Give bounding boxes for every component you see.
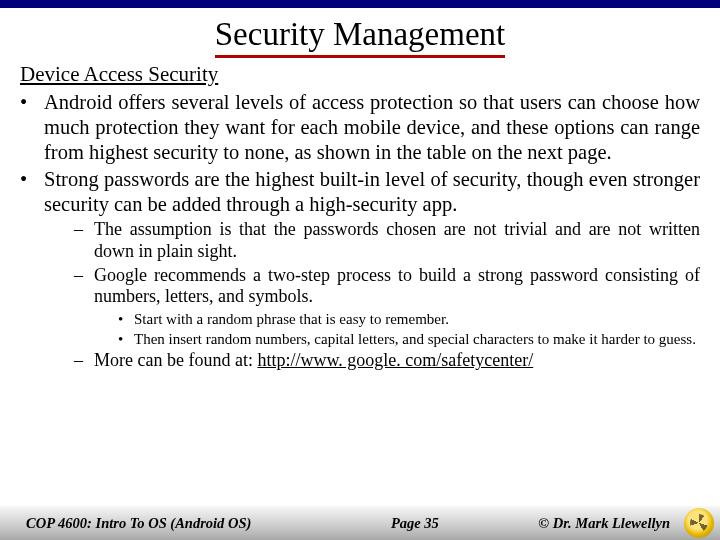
footer-right: © Dr. Mark Llewellyn (538, 508, 720, 538)
bullet-item: Strong passwords are the highest built-i… (20, 167, 700, 372)
title-wrap: Security Management (0, 16, 720, 58)
sub-bullet-item: Google recommends a two-step process to … (74, 265, 700, 349)
sub-bullet-list: The assumption is that the passwords cho… (44, 219, 700, 372)
subsub-bullet-item: Then insert random numbers, capital lett… (118, 330, 700, 348)
sub-bullet-text: More can be found at: (94, 350, 257, 370)
slide-title: Security Management (215, 16, 506, 58)
sub-bullet-text: The assumption is that the passwords cho… (94, 219, 700, 261)
sub-bullet-item: The assumption is that the passwords cho… (74, 219, 700, 263)
section-heading: Device Access Security (20, 62, 700, 88)
sub-bullet-item: More can be found at: http://www. google… (74, 350, 700, 372)
footer-author: © Dr. Mark Llewellyn (538, 515, 670, 532)
bullet-list: Android offers several levels of access … (20, 90, 700, 372)
sub-bullet-text: Google recommends a two-step process to … (94, 265, 700, 307)
slide-content: Device Access Security Android offers se… (0, 58, 720, 372)
slide: Security Management Device Access Securi… (0, 0, 720, 540)
subsub-bullet-text: Start with a random phrase that is easy … (134, 311, 449, 327)
footer-course: COP 4600: Intro To OS (Android OS) (26, 515, 251, 532)
footer-page: Page 35 (351, 515, 439, 532)
slide-footer: COP 4600: Intro To OS (Android OS) Page … (0, 506, 720, 540)
subsub-bullet-item: Start with a random phrase that is easy … (118, 310, 700, 328)
reference-link[interactable]: http://www. google. com/safetycenter/ (257, 350, 533, 370)
subsub-bullet-text: Then insert random numbers, capital lett… (134, 331, 696, 347)
subsub-bullet-list: Start with a random phrase that is easy … (94, 310, 700, 348)
bullet-text: Strong passwords are the highest built-i… (44, 168, 700, 215)
ucf-logo-icon (684, 508, 714, 538)
bullet-item: Android offers several levels of access … (20, 90, 700, 165)
bullet-text: Android offers several levels of access … (44, 91, 700, 163)
